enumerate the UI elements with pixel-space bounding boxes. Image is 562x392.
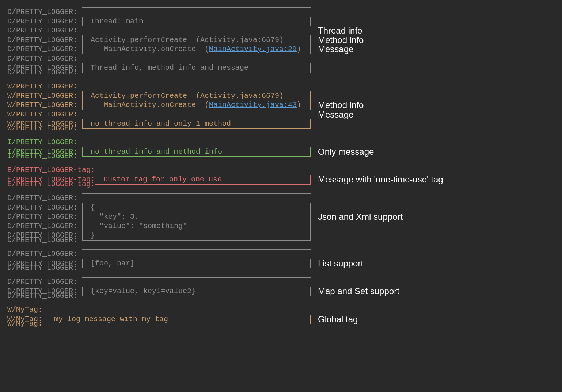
annotation-method-info: Method info xyxy=(311,35,364,45)
log-line: Thread: main xyxy=(82,17,311,27)
annotation-thread-info: Thread info xyxy=(311,26,362,35)
log-line: no thread info and method info xyxy=(82,147,311,157)
source-link[interactable]: MainActivity.java:43 xyxy=(209,101,297,109)
log-line: "value": "something" xyxy=(82,222,311,231)
annotation-one-time-tag: Message with 'one-time-use' tag xyxy=(311,175,443,184)
annotation-map-set: Map and Set support xyxy=(311,287,399,296)
log-prefix-debug: D/PRETTY_LOGGER: xyxy=(0,222,82,231)
log-prefix-warn: W/PRETTY_LOGGER: xyxy=(0,110,82,119)
log-line: Activity.performCreate (Activity.java:66… xyxy=(82,91,311,101)
log-prefix-debug: D/PRETTY_LOGGER: xyxy=(0,212,82,222)
annotation-message: Message xyxy=(311,45,353,54)
log-line: MainActivity.onCreate (MainActivity.java… xyxy=(82,45,311,54)
annotation-global-tag: Global tag xyxy=(311,315,358,324)
annotation-list: List support xyxy=(311,259,363,268)
log-line: "key": 3, xyxy=(82,212,311,222)
log-prefix-warn: W/PRETTY_LOGGER: xyxy=(0,91,82,101)
log-line: Thread info, method info and message xyxy=(82,63,311,73)
log-line: { xyxy=(82,203,311,212)
log-prefix-debug: D/PRETTY_LOGGER: xyxy=(0,35,82,45)
log-prefix-debug: D/PRETTY_LOGGER: xyxy=(0,26,82,35)
log-prefix-debug: D/PRETTY_LOGGER: xyxy=(0,203,82,212)
log-line: {key=value, key1=value2} xyxy=(82,287,311,296)
log-line: my log message with my tag xyxy=(46,315,311,324)
log-line: } xyxy=(82,231,311,240)
annotation-method-info: Method info xyxy=(311,100,364,110)
log-prefix-debug: D/PRETTY_LOGGER: xyxy=(0,54,82,64)
log-prefix-debug: D/PRETTY_LOGGER: xyxy=(0,45,82,54)
log-line: [foo, bar] xyxy=(82,259,311,268)
log-prefix-debug: D/PRETTY_LOGGER: xyxy=(0,17,82,26)
log-prefix-warn: W/PRETTY_LOGGER: xyxy=(0,100,82,110)
annotation-only-message: Only message xyxy=(311,147,374,157)
log-line: Activity.performCreate (Activity.java:66… xyxy=(82,35,311,45)
log-line: no thread info and only 1 method xyxy=(82,119,311,128)
log-line: Custom tag for only one use xyxy=(95,175,311,184)
source-link[interactable]: MainActivity.java:29 xyxy=(209,45,297,53)
annotation-message: Message xyxy=(311,110,353,119)
log-line: MainActivity.onCreate (MainActivity.java… xyxy=(82,100,311,110)
annotation-json-xml: Json and Xml support xyxy=(311,212,403,222)
